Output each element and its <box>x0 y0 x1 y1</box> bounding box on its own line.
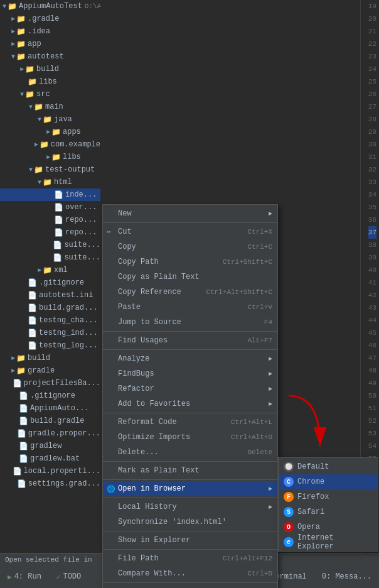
tree-item-local-properti---[interactable]: 📄local.properti... <box>0 465 100 477</box>
tree-item-libs[interactable]: ► 📁libs <box>0 151 100 163</box>
tree-item--idea[interactable]: ► 📁.idea <box>0 25 100 38</box>
menu-item-label: Delete... <box>118 448 159 457</box>
tree-item-settings-grad---[interactable]: 📄settings.grad... <box>0 477 100 490</box>
tree-item-gradlew[interactable]: 📄gradlew <box>0 440 100 452</box>
menu-item-compare_file_editor[interactable]: Compare File with Editor <box>103 584 277 588</box>
browser-option-firefox[interactable]: FFirefox <box>279 489 378 504</box>
tree-item-xml[interactable]: ► 📁xml <box>0 264 100 276</box>
tree-item-main[interactable]: ▼ 📁main <box>0 101 100 113</box>
line-number-52: 52 <box>368 415 376 427</box>
menu-item-local_history[interactable]: Local History► <box>103 499 277 514</box>
menu-item-analyze[interactable]: Analyze► <box>103 351 277 366</box>
menu-item-synchronize[interactable]: Synchronize 'index.html' <box>103 514 277 530</box>
menu-item-file_path[interactable]: File PathCtrl+Alt+F12 <box>103 551 277 566</box>
tree-item-repo---[interactable]: 📄repo... <box>0 226 100 239</box>
tree-item--gradle[interactable]: ► 📁.gradle <box>0 13 100 25</box>
menu-item-compare_with[interactable]: Compare With...Ctrl+D <box>103 566 277 581</box>
menu-item-label: Find Usages <box>118 336 168 345</box>
browser-option-default[interactable]: ⚪Default <box>279 459 378 474</box>
file-icon: 📄 <box>17 429 26 438</box>
menu-item-add_to_favorites[interactable]: Add to Favorites► <box>103 396 277 411</box>
terminal-tab-label-messages: 0: Messa... <box>322 572 371 581</box>
tree-item-libs[interactable]: 📁libs <box>0 75 100 88</box>
line-number-43: 43 <box>368 302 376 314</box>
file-icon: 📄 <box>19 416 28 426</box>
tree-item-testng-ind---[interactable]: 📄testng_ind... <box>0 327 100 339</box>
menu-item-shortcut: Ctrl+D <box>247 570 272 577</box>
browser-option-safari[interactable]: SSafari <box>279 504 378 520</box>
tree-item-app[interactable]: ► 📁app <box>0 38 100 50</box>
file-icon: 📄 <box>28 316 37 325</box>
bottom-tab-todo[interactable]: ✓TODO <box>49 565 88 588</box>
browser-option-ie[interactable]: eInternet Explorer <box>279 535 378 550</box>
menu-item-open_in_browser[interactable]: 🌐Open in Browser► <box>103 481 277 496</box>
file-icon: 📄 <box>28 303 37 313</box>
menu-item-reformat_code[interactable]: Reformat CodeCtrl+Alt+L <box>103 415 277 430</box>
menu-item-findbugs[interactable]: FindBugs► <box>103 366 277 381</box>
tree-item-java[interactable]: ▼ 📁java <box>0 113 100 126</box>
tree-item-apps[interactable]: ► 📁apps <box>0 126 100 138</box>
folder-icon: 📁 <box>40 140 49 150</box>
tree-item--gitignore[interactable]: 📄.gitignore <box>0 389 100 402</box>
folder-icon: 📁 <box>8 2 17 11</box>
menu-item-mark_plain_text[interactable]: Mark as Plain Text <box>103 463 277 478</box>
folder-icon: 📁 <box>25 65 35 74</box>
terminal-tab-messages[interactable]: 0: Messa... <box>314 565 379 588</box>
menu-item-optimize_imports[interactable]: Optimize ImportsCtrl+Alt+O <box>103 430 277 445</box>
tree-item-AppiumAuto---[interactable]: 📄AppiumAuto... <box>0 402 100 415</box>
tree-item-com-example[interactable]: ► 📁com.example <box>0 138 100 151</box>
tree-item-suite---[interactable]: 📄suite... <box>0 239 100 251</box>
menu-item-label: Refactor <box>118 384 154 393</box>
line-number-36: 36 <box>368 214 376 226</box>
tree-item-over---[interactable]: 📄over... <box>0 201 100 214</box>
tree-item-testng-cha---[interactable]: 📄testng_cha... <box>0 314 100 327</box>
tree-item-gradle-proper---[interactable]: 📄gradle.proper... <box>0 427 100 440</box>
menu-item-copy_path[interactable]: Copy PathCtrl+Shift+C <box>103 254 277 270</box>
menu-item-shortcut: Ctrl+Shift+C <box>223 258 272 266</box>
tree-item-gradlew-bat[interactable]: 📄gradlew.bat <box>0 452 100 465</box>
tree-item-build-grad---[interactable]: 📄build.grad... <box>0 302 100 314</box>
tree-item-inde---[interactable]: 📄inde... <box>0 188 100 201</box>
tree-item-repo---[interactable]: 📄repo... <box>0 214 100 226</box>
tree-item-gradle[interactable]: ► 📁gradle <box>0 364 100 377</box>
tree-item-autotest-ini[interactable]: 📄autotest.ini <box>0 289 100 302</box>
tree-item-autotest[interactable]: ▼ 📁autotest <box>0 50 100 63</box>
bottom-tab-run[interactable]: ▶4: Run <box>0 565 49 588</box>
tree-item-html[interactable]: ▼ 📁html <box>0 176 100 188</box>
menu-item-cut[interactable]: ✂CutCtrl+X <box>103 224 277 239</box>
menu-item-new[interactable]: New► <box>103 206 277 221</box>
tree-item-projectFilesBa---[interactable]: 📄projectFilesBa... <box>0 377 100 389</box>
menu-item-paste[interactable]: PasteCtrl+V <box>103 300 277 315</box>
menu-separator <box>103 413 277 413</box>
browser-option-chrome[interactable]: CChrome <box>279 474 378 489</box>
menu-item-jump_to_source[interactable]: Jump to SourceF4 <box>103 315 277 330</box>
tree-item--gitignore[interactable]: 📄.gitignore <box>0 276 100 289</box>
menu-item-delete[interactable]: Delete...Delete <box>103 445 277 460</box>
submenu-arrow-icon: ► <box>269 504 272 511</box>
tree-item-suite---[interactable]: 📄suite... <box>0 251 100 264</box>
menu-item-find_usages[interactable]: Find UsagesAlt+F7 <box>103 333 277 348</box>
file-icon: 📄 <box>53 241 62 250</box>
menu-item-copy_reference[interactable]: Copy ReferenceCtrl+Alt+Shift+C <box>103 285 277 300</box>
tree-item-testng-log---[interactable]: 📄testng_log... <box>0 339 100 352</box>
menu-item-copy[interactable]: CopyCtrl+C <box>103 239 277 254</box>
tree-item-label: build.gradle <box>30 416 84 425</box>
tree-item-src[interactable]: ▼ 📁src <box>0 88 100 101</box>
tree-item-build[interactable]: ► 📁build <box>0 352 100 364</box>
tree-item-build[interactable]: ► 📁build <box>0 63 100 75</box>
menu-item-label: Local History <box>118 503 177 511</box>
menu-item-copy_plain_text[interactable]: Copy as Plain Text <box>103 270 277 285</box>
line-number-51: 51 <box>368 402 376 415</box>
menu-item-refactor[interactable]: Refactor► <box>103 381 277 396</box>
browser-icon-ie: e <box>284 537 294 547</box>
tree-item-AppiumAutoTest[interactable]: ▼ 📁AppiumAutoTestD:\AndroidStudioProject… <box>0 0 100 13</box>
submenu-arrow-icon: ► <box>269 401 272 408</box>
tree-item-label: main <box>45 102 63 111</box>
browser-option-opera[interactable]: OOpera <box>279 520 378 535</box>
submenu-arrow-icon: ► <box>269 386 272 393</box>
tree-item-build-gradle[interactable]: 📄build.gradle <box>0 415 100 427</box>
menu-item-show_in_explorer[interactable]: Show in Explorer <box>103 533 277 548</box>
file-icon: 📄 <box>54 215 63 225</box>
tree-item-label: inde... <box>65 190 97 199</box>
tree-item-test-output[interactable]: ▼ 📁test-output <box>0 163 100 176</box>
